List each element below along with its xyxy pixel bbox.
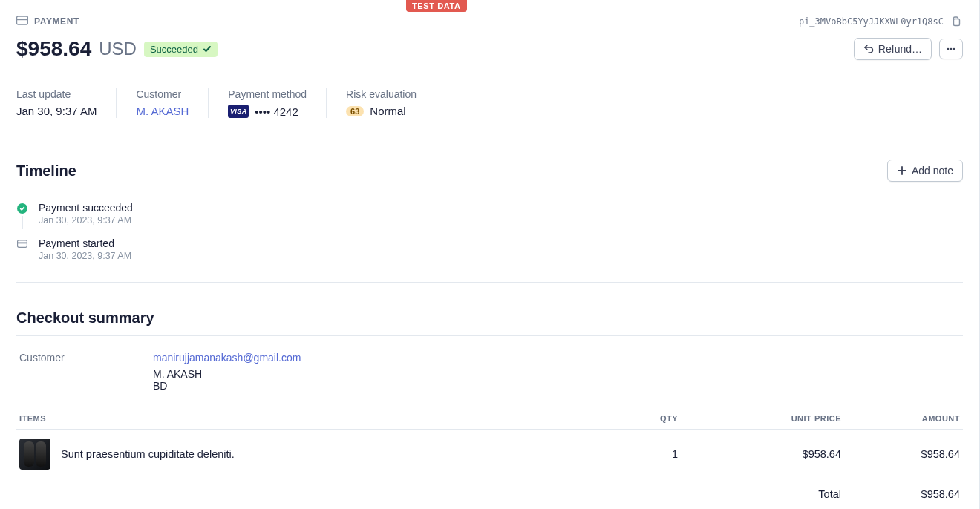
timeline-date: Jan 30, 2023, 9:37 AM [39, 251, 131, 261]
divider [16, 335, 963, 336]
test-data-badge: TEST DATA [406, 0, 467, 12]
risk-level: Normal [370, 105, 405, 117]
timeline-title: Payment succeeded [39, 202, 133, 214]
success-icon [17, 203, 27, 214]
col-amount: AMOUNT [844, 408, 963, 430]
plus-icon [897, 165, 907, 176]
svg-point-5 [953, 48, 956, 50]
visa-icon: VISA [228, 105, 249, 118]
table-row: Sunt praesentium cupiditate deleniti. 1 … [16, 430, 963, 479]
more-button[interactable] [939, 39, 963, 59]
check-icon [203, 45, 212, 53]
svg-rect-1 [17, 19, 28, 20]
item-qty: 1 [577, 430, 681, 479]
breadcrumb: PAYMENT [34, 16, 79, 27]
svg-rect-9 [18, 242, 27, 243]
status-badge: Succeeded [144, 42, 218, 57]
svg-rect-2 [954, 19, 960, 26]
payment-icon [16, 16, 28, 28]
divider [16, 76, 963, 76]
checkout-customer-label: Customer [19, 352, 153, 392]
copy-icon[interactable] [950, 15, 963, 28]
svg-point-4 [950, 48, 953, 50]
refund-label: Refund… [878, 43, 922, 55]
totals-row: Total $958.64 [16, 479, 963, 510]
timeline-date: Jan 30, 2023, 9:37 AM [39, 215, 133, 226]
meta-risk: Risk evaluation 63 Normal [326, 88, 436, 118]
timeline-item: Payment succeeded Jan 30, 2023, 9:37 AM [16, 202, 963, 237]
customer-email-link[interactable]: manirujjamanakash@gmail.com [153, 352, 301, 364]
meta-last-update: Last update Jan 30, 9:37 AM [16, 88, 116, 118]
meta-label: Customer [136, 88, 189, 100]
payment-start-icon [17, 239, 27, 251]
ellipsis-icon [946, 44, 956, 54]
payment-currency: USD [99, 39, 137, 59]
col-items: ITEMS [16, 408, 577, 430]
product-thumb [19, 439, 50, 470]
payment-id: pi_3MVoBbC5YyJJKXWL0yr1Q8sC [799, 16, 944, 27]
svg-rect-8 [18, 240, 27, 247]
customer-country: BD [153, 380, 301, 392]
col-qty: QTY [577, 408, 681, 430]
total-value: $958.64 [844, 479, 963, 510]
svg-point-3 [947, 48, 950, 50]
col-unit-price: UNIT PRICE [681, 408, 844, 430]
card-last4: •••• 4242 [255, 105, 298, 118]
timeline-item: Payment started Jan 30, 2023, 9:37 AM [16, 237, 963, 273]
refund-button[interactable]: Refund… [854, 38, 932, 60]
status-label: Succeeded [150, 44, 198, 55]
divider [16, 282, 963, 283]
total-label: Total [681, 479, 844, 510]
svg-rect-0 [17, 16, 28, 24]
timeline-heading: Timeline [16, 162, 76, 180]
undo-icon [863, 44, 874, 54]
meta-label: Last update [16, 88, 97, 100]
customer-name: M. AKASH [153, 368, 301, 380]
timeline-title: Payment started [39, 237, 131, 249]
add-note-label: Add note [912, 165, 953, 177]
meta-value: Jan 30, 9:37 AM [16, 105, 97, 117]
meta-label: Risk evaluation [346, 88, 416, 100]
risk-score: 63 [346, 106, 364, 116]
divider [16, 191, 963, 191]
customer-link[interactable]: M. AKASH [136, 105, 189, 117]
meta-label: Payment method [228, 88, 307, 100]
item-unit-price: $958.64 [681, 430, 844, 479]
item-amount: $958.64 [844, 430, 963, 479]
payment-amount: $958.64 [16, 37, 91, 61]
checkout-heading: Checkout summary [16, 309, 154, 326]
item-name: Sunt praesentium cupiditate deleniti. [61, 448, 235, 460]
add-note-button[interactable]: Add note [887, 160, 963, 182]
meta-payment-method: Payment method VISA •••• 4242 [208, 88, 326, 118]
meta-customer: Customer M. AKASH [116, 88, 208, 118]
